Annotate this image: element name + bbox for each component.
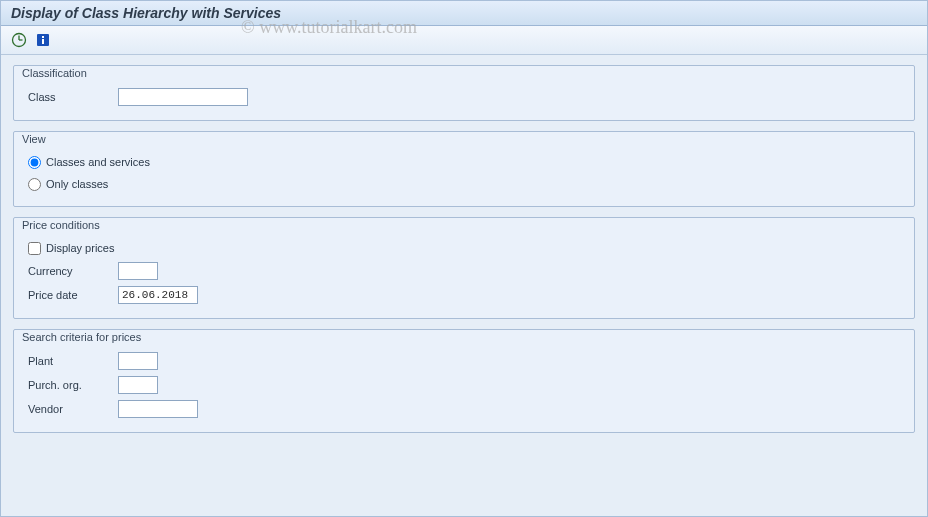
execute-icon <box>11 32 27 48</box>
content: Classification Class View Classes and se… <box>1 55 927 453</box>
group-price-conditions-legend: Price conditions <box>20 219 102 231</box>
purch-org-input[interactable] <box>118 376 158 394</box>
radio-row-only-classes[interactable]: Only classes <box>28 174 900 194</box>
plant-label: Plant <box>28 355 118 367</box>
checkbox-display-prices-label: Display prices <box>46 242 114 254</box>
price-date-input[interactable] <box>118 286 198 304</box>
radio-only-classes[interactable] <box>28 178 41 191</box>
purch-org-label: Purch. org. <box>28 379 118 391</box>
info-icon <box>35 32 51 48</box>
svg-rect-5 <box>42 39 44 44</box>
currency-label: Currency <box>28 265 118 277</box>
radio-row-classes-services[interactable]: Classes and services <box>28 152 900 172</box>
toolbar <box>1 26 927 55</box>
radio-classes-services[interactable] <box>28 156 41 169</box>
group-search-criteria-legend: Search criteria for prices <box>20 331 143 343</box>
group-classification: Classification Class <box>13 65 915 121</box>
plant-input[interactable] <box>118 352 158 370</box>
group-classification-legend: Classification <box>20 67 89 79</box>
group-view: View Classes and services Only classes <box>13 131 915 207</box>
row-vendor: Vendor <box>28 398 900 420</box>
svg-rect-4 <box>42 36 44 38</box>
currency-input[interactable] <box>118 262 158 280</box>
group-price-conditions: Price conditions Display prices Currency… <box>13 217 915 319</box>
vendor-label: Vendor <box>28 403 118 415</box>
radio-classes-services-label: Classes and services <box>46 156 150 168</box>
vendor-input[interactable] <box>118 400 198 418</box>
row-plant: Plant <box>28 350 900 372</box>
window: Display of Class Hierarchy with Services… <box>0 0 928 517</box>
group-view-legend: View <box>20 133 48 145</box>
class-label: Class <box>28 91 118 103</box>
row-class: Class <box>28 86 900 108</box>
row-currency: Currency <box>28 260 900 282</box>
info-button[interactable] <box>33 30 53 50</box>
class-input[interactable] <box>118 88 248 106</box>
page-title: Display of Class Hierarchy with Services <box>11 5 281 21</box>
check-row-display-prices[interactable]: Display prices <box>28 238 900 258</box>
execute-button[interactable] <box>9 30 29 50</box>
row-purch-org: Purch. org. <box>28 374 900 396</box>
checkbox-display-prices[interactable] <box>28 242 41 255</box>
group-search-criteria: Search criteria for prices Plant Purch. … <box>13 329 915 433</box>
price-date-label: Price date <box>28 289 118 301</box>
radio-only-classes-label: Only classes <box>46 178 108 190</box>
titlebar: Display of Class Hierarchy with Services <box>1 1 927 26</box>
row-price-date: Price date <box>28 284 900 306</box>
